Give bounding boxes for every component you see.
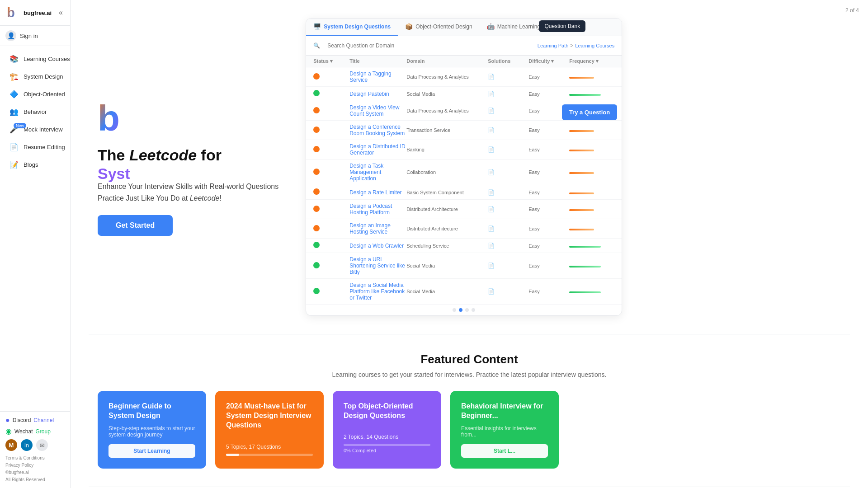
question-domain: Banking xyxy=(406,147,488,152)
question-domain: Social Media xyxy=(406,91,488,97)
logo-area[interactable]: b bugfree.ai xyxy=(5,5,52,20)
card-progress-text-ood: 0% Completed xyxy=(344,448,430,453)
ml-tab-icon: 🤖 xyxy=(487,23,495,30)
question-title[interactable]: Design a Web Crawler xyxy=(349,243,406,249)
question-difficulty: Easy xyxy=(528,147,569,152)
question-title[interactable]: Design a URL Shortening Service like Bit… xyxy=(349,256,406,275)
status-cell xyxy=(313,262,349,270)
sidebar-item-label-resume-editing: Resume Editing xyxy=(24,144,65,150)
course-card-ood[interactable]: Top Object-Oriented Design Questions 2 T… xyxy=(333,391,441,469)
question-domain: Social Media xyxy=(406,263,488,268)
hero-section: b The Leetcode for Syst Enhance Your Int… xyxy=(71,0,868,334)
frequency-cell xyxy=(569,148,614,151)
card-title-ood: Top Object-Oriented Design Questions xyxy=(344,402,430,421)
status-cell xyxy=(313,146,349,154)
privacy-link[interactable]: Privacy Policy xyxy=(5,463,33,468)
status-dot xyxy=(313,188,320,195)
discord-channel-link[interactable]: ● Discord Channel xyxy=(5,416,65,424)
breadcrumb-learning-path[interactable]: Learning Path xyxy=(538,43,569,48)
table-row[interactable]: Design a Social Media Platform like Face… xyxy=(306,279,622,305)
wechat-group-link[interactable]: ◉ Wechat Group xyxy=(5,427,65,436)
question-bank-panel: Question Bank Try a Question 🖥️ System D… xyxy=(306,18,622,316)
solutions-cell: 📄 xyxy=(488,263,528,269)
sidebar-item-behavior[interactable]: 👥 Behavior xyxy=(3,103,67,120)
solutions-cell: 📄 xyxy=(488,243,528,249)
status-cell xyxy=(313,73,349,81)
table-row[interactable]: Design a Podcast Hosting Platform Distri… xyxy=(306,200,622,219)
question-title[interactable]: Design a Task Management Application xyxy=(349,163,406,182)
table-row[interactable]: Design a Task Management Application Col… xyxy=(306,160,622,185)
table-row[interactable]: Design Pastebin Social Media 📄 Easy xyxy=(306,87,622,101)
start-learning-button-beginner[interactable]: Start Learning xyxy=(108,444,195,458)
question-title[interactable]: Design a Tagging Service xyxy=(349,70,406,83)
status-cell xyxy=(313,188,349,196)
sidebar-footer: ● Discord Channel ◉ Wechat Group M in ✉ … xyxy=(0,411,70,488)
sidebar-item-object-oriented[interactable]: 🔷 Object-Oriented xyxy=(3,85,67,103)
email-icon[interactable]: ✉ xyxy=(36,439,48,451)
table-row[interactable]: Design a URL Shortening Service like Bit… xyxy=(306,253,622,279)
discord-label: Discord xyxy=(13,417,31,423)
question-domain: Data Processing & Analytics xyxy=(406,74,488,80)
table-row[interactable]: Design a Tagging Service Data Processing… xyxy=(306,67,622,87)
svg-text:b: b xyxy=(98,98,120,134)
page-dot-4[interactable] xyxy=(472,308,475,312)
col-difficulty: Difficulty ▾ xyxy=(528,58,569,64)
question-title[interactable]: Design Pastebin xyxy=(349,91,406,97)
solutions-cell: 📄 xyxy=(488,206,528,212)
sidebar: b bugfree.ai « 👤 Sign in 📚 Learning Cour… xyxy=(0,0,71,488)
course-cards: Beginner Guide to System Design Step-by-… xyxy=(98,391,841,469)
card-meta-ood: 2 Topics, 14 Questions xyxy=(344,434,430,440)
frequency-cell xyxy=(569,191,614,194)
search-input[interactable] xyxy=(323,40,535,52)
table-row[interactable]: Design a Rate Limiter Basic System Compo… xyxy=(306,185,622,200)
sidebar-item-resume-editing[interactable]: 📄 Resume Editing xyxy=(3,138,67,155)
hero-desc1: Enhance Your Interview Skills with Real-… xyxy=(98,183,278,191)
table-row[interactable]: Design a Conference Room Booking System … xyxy=(306,121,622,140)
solutions-cell: 📄 xyxy=(488,74,528,80)
question-title[interactable]: Design a Rate Limiter xyxy=(349,189,406,196)
sidebar-item-blogs[interactable]: 📝 Blogs xyxy=(3,156,67,173)
sidebar-item-label-blogs: Blogs xyxy=(24,161,38,168)
page-dot-1[interactable] xyxy=(453,308,456,312)
question-title[interactable]: Design a Video View Count System xyxy=(349,104,406,117)
footer-links: Terms & Conditions Privacy Policy ©bugfr… xyxy=(5,455,65,483)
solutions-cell: 📄 xyxy=(488,127,528,133)
sidebar-item-system-design[interactable]: 🏗️ System Design xyxy=(3,68,67,85)
question-title[interactable]: Design an Image Hosting Service xyxy=(349,222,406,235)
sidebar-item-label-learning-courses: Learning Courses xyxy=(24,56,70,62)
collapse-sidebar-button[interactable]: « xyxy=(57,7,65,19)
table-row[interactable]: Design a Web Crawler Scheduling Service … xyxy=(306,239,622,253)
solutions-cell: 📄 xyxy=(488,225,528,232)
signin-row[interactable]: 👤 Sign in xyxy=(0,26,70,46)
ood-tab-icon: 📦 xyxy=(405,23,413,30)
frequency-cell xyxy=(569,264,614,267)
question-title[interactable]: Design a Distributed ID Generator xyxy=(349,143,406,156)
table-row[interactable]: Design an Image Hosting Service Distribu… xyxy=(306,219,622,239)
hero-title: The Leetcode for xyxy=(98,145,278,165)
card-progress-bar-2024 xyxy=(226,454,313,456)
get-started-button[interactable]: Get Started xyxy=(98,215,173,236)
table-row[interactable]: Design a Distributed ID Generator Bankin… xyxy=(306,140,622,160)
start-learning-button-behavioral[interactable]: Start L... xyxy=(461,444,548,458)
question-title[interactable]: Design a Podcast Hosting Platform xyxy=(349,203,406,216)
tab-system-design-questions[interactable]: 🖥️ System Design Questions xyxy=(306,19,398,36)
course-card-beginner-system-design[interactable]: Beginner Guide to System Design Step-by-… xyxy=(98,391,206,469)
page-dot-3[interactable] xyxy=(465,308,469,312)
course-card-2024-list[interactable]: 2024 Must-have List for System Design In… xyxy=(215,391,324,469)
course-card-behavioral[interactable]: Behavioral Interview for Beginner... Ess… xyxy=(450,391,559,469)
medium-icon[interactable]: M xyxy=(5,439,17,451)
sidebar-item-mock-interview[interactable]: New 🎤 Mock Interview xyxy=(3,121,67,138)
terms-link[interactable]: Terms & Conditions xyxy=(5,455,45,460)
linkedin-icon[interactable]: in xyxy=(21,439,33,451)
tab-object-oriented-design[interactable]: 📦 Object-Oriented Design xyxy=(398,19,479,36)
question-title[interactable]: Design a Conference Room Booking System xyxy=(349,124,406,136)
question-domain: Scheduling Service xyxy=(406,243,488,249)
sidebar-item-learning-courses[interactable]: 📚 Learning Courses xyxy=(3,50,67,67)
status-dot xyxy=(313,206,320,212)
discord-icon: ● xyxy=(5,416,10,424)
wechat-sub-label: Group xyxy=(35,428,50,435)
question-title[interactable]: Design a Social Media Platform like Face… xyxy=(349,282,406,301)
page-dot-2[interactable] xyxy=(459,308,462,312)
try-question-tooltip[interactable]: Try a Question xyxy=(562,104,617,120)
hero-logo: b xyxy=(98,98,278,134)
